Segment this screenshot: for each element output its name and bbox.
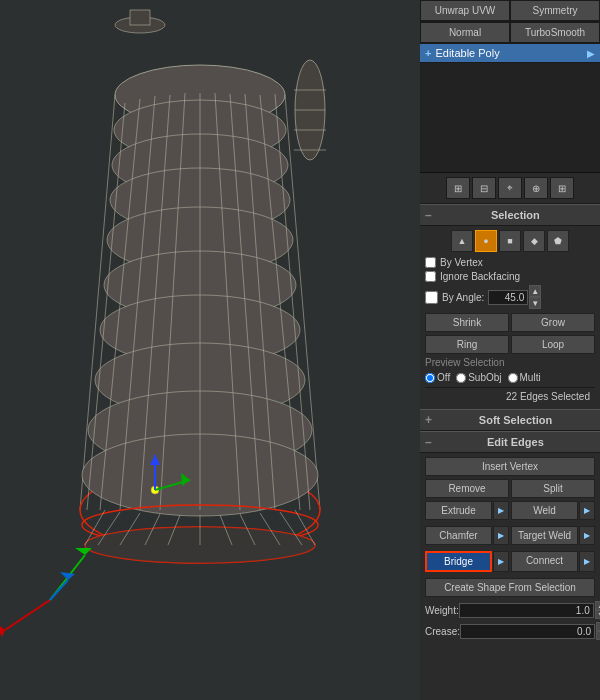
ep-arrow-icon: ▶ [587, 48, 595, 59]
remove-split-row: Remove Split [425, 479, 595, 498]
by-angle-row: By Angle: 45.0 ▲ ▼ [425, 285, 595, 309]
weld-settings-icon[interactable]: ▶ [579, 501, 595, 520]
right-panel: Unwrap UVW Symmetry Normal TurboSmooth +… [420, 0, 600, 700]
by-angle-input[interactable]: 45.0 [488, 290, 528, 305]
svg-rect-45 [130, 10, 150, 25]
preview-selection-row: Preview Selection [425, 357, 595, 368]
preview-off-label: Off [437, 372, 450, 383]
edit-edges-title: Edit Edges [436, 436, 595, 448]
by-angle-label: By Angle: [442, 292, 484, 303]
subobj-border-icon[interactable]: ■ [499, 230, 521, 252]
connect-settings-icon[interactable]: ▶ [579, 551, 595, 572]
selection-collapse-icon: – [425, 208, 432, 222]
by-angle-spin-down[interactable]: ▼ [529, 297, 541, 309]
modifier-buttons-row: Normal TurboSmooth [420, 22, 600, 44]
turbosmooth-button[interactable]: TurboSmooth [510, 22, 600, 43]
by-vertex-row: By Vertex [425, 257, 595, 268]
subobj-vertex-icon[interactable]: ▲ [451, 230, 473, 252]
connect-group: Connect ▶ [511, 551, 595, 572]
by-angle-spin-up[interactable]: ▲ [529, 285, 541, 297]
by-vertex-checkbox[interactable] [425, 257, 436, 268]
toolbar-icon-2[interactable]: ⊟ [472, 177, 496, 199]
create-shape-button[interactable]: Create Shape From Selection [425, 578, 595, 597]
edit-edges-content: Insert Vertex Remove Split Extrude ▶ Wel… [420, 453, 600, 647]
preview-off-radio[interactable] [425, 373, 435, 383]
shrink-grow-row: Shrink Grow [425, 313, 595, 332]
insert-vertex-button[interactable]: Insert Vertex [425, 457, 595, 476]
chamfer-group: Chamfer ▶ [425, 526, 509, 545]
crease-spin-down[interactable]: ▼ [596, 631, 600, 640]
ignore-backfacing-label: Ignore Backfacing [440, 271, 520, 282]
edit-edges-collapse-icon: – [425, 435, 432, 449]
subobj-icons-row: ▲ ● ■ ◆ ⬟ [425, 230, 595, 252]
weight-spinners: ▲ ▼ [595, 601, 600, 619]
targetweld-button[interactable]: Target Weld [511, 526, 578, 545]
normal-button[interactable]: Normal [420, 22, 510, 43]
edges-selected-status: 22 Edges Selected [425, 387, 595, 405]
ignore-backfacing-row: Ignore Backfacing [425, 271, 595, 282]
preview-subobj-radio[interactable] [456, 373, 466, 383]
extrude-button[interactable]: Extrude [425, 501, 492, 520]
selection-section-header[interactable]: – Selection [420, 204, 600, 226]
toolbar-icon-4[interactable]: ⊕ [524, 177, 548, 199]
symmetry-button[interactable]: Symmetry [510, 0, 600, 21]
preview-multi-label: Multi [520, 372, 541, 383]
preview-selection-label: Preview Selection [425, 357, 504, 368]
bridge-button[interactable]: Bridge [425, 551, 492, 572]
soft-selection-expand-icon: + [425, 413, 432, 427]
ring-loop-row: Ring Loop [425, 335, 595, 354]
extrude-weld-row: Extrude ▶ Weld ▶ [425, 501, 595, 523]
ep-label: Editable Poly [435, 47, 587, 59]
connect-button[interactable]: Connect [511, 551, 578, 572]
weight-spin-up[interactable]: ▲ [595, 601, 600, 610]
crease-spin-up[interactable]: ▲ [596, 622, 600, 631]
top-buttons-row: Unwrap UVW Symmetry [420, 0, 600, 22]
subobj-poly-icon[interactable]: ◆ [523, 230, 545, 252]
subobj-element-icon[interactable]: ⬟ [547, 230, 569, 252]
chamfer-button[interactable]: Chamfer [425, 526, 492, 545]
extrude-settings-icon[interactable]: ▶ [493, 501, 509, 520]
extrude-group: Extrude ▶ [425, 501, 509, 520]
edit-edges-header[interactable]: – Edit Edges [420, 431, 600, 453]
soft-selection-title: Soft Selection [436, 414, 595, 426]
icon-toolbar: ⊞ ⊟ ⌖ ⊕ ⊞ [420, 173, 600, 204]
crease-input[interactable] [460, 624, 595, 639]
bridge-settings-icon[interactable]: ▶ [493, 551, 509, 572]
toolbar-icon-3[interactable]: ⌖ [498, 177, 522, 199]
selection-content: ▲ ● ■ ◆ ⬟ By Vertex Ignore Backfacing By… [420, 226, 600, 409]
targetweld-group: Target Weld ▶ [511, 526, 595, 545]
ignore-backfacing-checkbox[interactable] [425, 271, 436, 282]
split-button[interactable]: Split [511, 479, 595, 498]
toolbar-icon-1[interactable]: ⊞ [446, 177, 470, 199]
chamfer-settings-icon[interactable]: ▶ [493, 526, 509, 545]
crease-label: Crease: [425, 626, 460, 637]
weight-spin-down[interactable]: ▼ [595, 610, 600, 619]
grow-button[interactable]: Grow [511, 313, 595, 332]
shrink-button[interactable]: Shrink [425, 313, 509, 332]
weight-input[interactable] [459, 603, 594, 618]
ring-button[interactable]: Ring [425, 335, 509, 354]
targetweld-settings-icon[interactable]: ▶ [579, 526, 595, 545]
crease-row: Crease: ▲ ▼ [425, 622, 595, 640]
editable-poly-bar[interactable]: + Editable Poly ▶ [420, 44, 600, 63]
preview-radio-row: Off SubObj Multi [425, 372, 595, 383]
preview-multi-radio[interactable] [508, 373, 518, 383]
by-angle-checkbox[interactable] [425, 291, 438, 304]
soft-selection-header[interactable]: + Soft Selection [420, 409, 600, 431]
subobj-edge-icon[interactable]: ● [475, 230, 497, 252]
weld-group: Weld ▶ [511, 501, 595, 520]
weight-row: Weight: ▲ ▼ [425, 601, 595, 619]
bridge-group: Bridge ▶ [425, 551, 509, 572]
selection-title: Selection [436, 209, 595, 221]
crease-spinners: ▲ ▼ [596, 622, 600, 640]
ep-expand-icon: + [425, 47, 431, 59]
weight-label: Weight: [425, 605, 459, 616]
viewport-area[interactable] [0, 0, 420, 700]
chamfer-targetweld-row: Chamfer ▶ Target Weld ▶ [425, 526, 595, 548]
unwrap-uvw-button[interactable]: Unwrap UVW [420, 0, 510, 21]
weld-button[interactable]: Weld [511, 501, 578, 520]
remove-button[interactable]: Remove [425, 479, 509, 498]
toolbar-icon-5[interactable]: ⊞ [550, 177, 574, 199]
by-vertex-label: By Vertex [440, 257, 483, 268]
loop-button[interactable]: Loop [511, 335, 595, 354]
